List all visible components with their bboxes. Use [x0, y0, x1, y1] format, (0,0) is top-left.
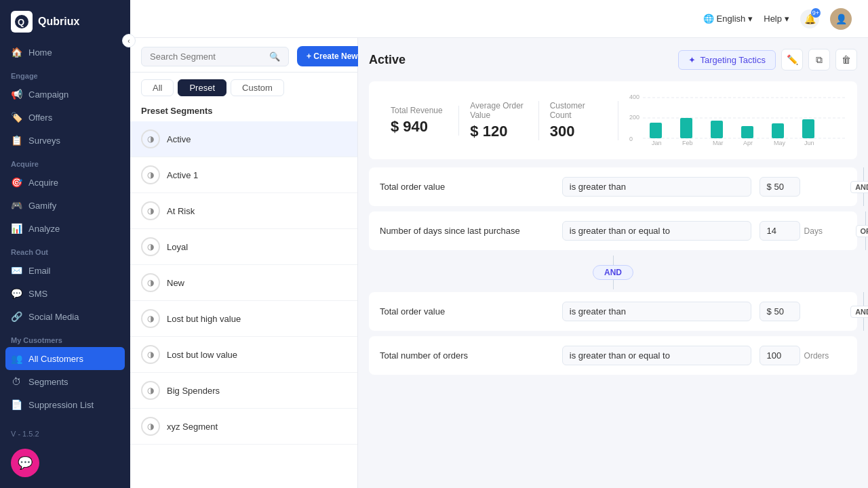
sidebar-item-gamify[interactable]: 🎮 Gamify: [0, 194, 130, 217]
condition-suffix-2: Days: [804, 226, 823, 236]
segments-icon: ⏱: [11, 376, 22, 387]
condition-val-box-3[interactable]: $ 50: [760, 302, 800, 321]
condition-val-box-2[interactable]: 14: [760, 221, 800, 241]
condition-op-3[interactable]: is greater than: [562, 302, 751, 321]
segment-item-new[interactable]: ◑ New: [130, 265, 357, 301]
sidebar-item-social[interactable]: 🔗 Social Media: [0, 305, 130, 328]
suppression-icon: 📄: [11, 399, 22, 410]
total-revenue-label: Total Revenue: [391, 106, 448, 115]
logo-area: Q Qubriux: [0, 0, 130, 41]
svg-text:200: 200: [629, 114, 639, 121]
sidebar-item-label: SMS: [28, 289, 47, 299]
customer-count-label: Customer Count: [550, 101, 607, 120]
condition-op-4[interactable]: is greater than or equal to: [562, 346, 751, 365]
segment-item-at-risk[interactable]: ◑ At Risk: [130, 193, 357, 229]
filter-tab-custom[interactable]: Custom: [231, 79, 284, 96]
bar-feb: [680, 118, 692, 138]
condition-val-box-4[interactable]: 100: [760, 346, 800, 365]
avg-order-stat: Average Order Value $ 120: [459, 101, 538, 140]
and-label: AND: [593, 265, 633, 280]
tactics-star-icon: ✦: [688, 55, 696, 65]
sidebar-item-label: Campaign: [28, 89, 68, 100]
edit-icon: ✏️: [787, 54, 798, 65]
sidebar-item-label: Surveys: [28, 136, 60, 146]
search-input[interactable]: [150, 52, 264, 62]
filter-tab-all[interactable]: All: [141, 79, 174, 96]
sidebar-collapse-button[interactable]: ‹: [122, 34, 136, 47]
sidebar-item-campaign[interactable]: 📢 Campaign: [0, 83, 130, 106]
filter-tab-preset[interactable]: Preset: [178, 79, 226, 96]
sidebar-item-all-customers[interactable]: 👥 All Customers: [5, 347, 125, 370]
section-reach-out: Reach Out: [0, 240, 130, 259]
copy-button[interactable]: ⧉: [808, 49, 830, 70]
and-separator: AND: [369, 256, 857, 289]
trash-icon: 🗑: [842, 54, 851, 65]
section-engage: Engage: [0, 64, 130, 83]
detail-title: Active: [369, 53, 406, 67]
sidebar-item-label: Suppression List: [28, 400, 94, 410]
segment-item-big-spenders[interactable]: ◑ Big Spenders: [130, 373, 357, 409]
bar-chart-area: 400 200 0: [618, 92, 846, 148]
condition-field-1: Total order value: [380, 182, 554, 192]
tactics-label: Targeting Tactics: [700, 55, 766, 65]
home-icon: 🏠: [11, 47, 22, 58]
app-name: Qubriux: [38, 16, 79, 28]
segment-name: Active 1: [167, 170, 198, 180]
sidebar-item-segments[interactable]: ⏱ Segments: [0, 370, 130, 393]
sidebar-item-home[interactable]: 🏠 Home: [0, 41, 130, 64]
sidebar-item-surveys[interactable]: 📋 Surveys: [0, 129, 130, 152]
svg-text:400: 400: [629, 94, 639, 100]
topbar: 🌐 English ▾ Help ▾ 🔔 9+ 👤: [130, 0, 868, 38]
campaign-icon: 📢: [11, 89, 22, 100]
sidebar-item-label: Home: [28, 47, 52, 58]
seg-pie-icon: ◑: [141, 345, 160, 364]
targeting-tactics-button[interactable]: ✦ Targeting Tactics: [678, 50, 776, 70]
delete-button[interactable]: 🗑: [835, 49, 857, 70]
customer-count-stat: Customer Count 300: [539, 101, 618, 140]
segment-item-active[interactable]: ◑ Active: [130, 121, 357, 157]
sidebar-item-label: Social Media: [28, 312, 79, 322]
svg-text:Jun: Jun: [804, 140, 814, 146]
and-line-top: [613, 256, 614, 265]
condition-card-4: Total number of orders is greater than o…: [369, 336, 857, 375]
help-selector[interactable]: Help ▾: [764, 14, 789, 24]
edit-button[interactable]: ✏️: [781, 49, 803, 70]
bar-mar: [711, 121, 723, 138]
segment-name: Lost but high value: [167, 314, 241, 324]
segment-item-lost-high[interactable]: ◑ Lost but high value: [130, 301, 357, 337]
sidebar: Q Qubriux 🏠 Home Engage 📢 Campaign 🏷️ Of…: [0, 0, 130, 488]
segment-item-lost-low[interactable]: ◑ Lost but low value: [130, 337, 357, 373]
condition-op-2[interactable]: is greater than or equal to: [562, 221, 751, 241]
sidebar-item-email[interactable]: ✉️ Email: [0, 259, 130, 282]
condition-op-1[interactable]: is greater than: [562, 177, 751, 197]
bar-jun: [802, 119, 814, 138]
section-my-customers: My Cusotmers: [0, 328, 130, 347]
segment-item-xyz[interactable]: ◑ xyz Segment: [130, 409, 357, 445]
condition-val-3: $ 50: [760, 302, 846, 321]
seg-pie-icon: ◑: [141, 129, 160, 148]
notification-bell[interactable]: 🔔 9+: [800, 9, 819, 28]
segment-list-label: Preset Segments: [130, 100, 357, 121]
bar-chart: 400 200 0: [629, 92, 846, 146]
search-icon: 🔍: [269, 52, 280, 62]
language-icon: 🌐: [703, 14, 714, 24]
condition-val-box-1[interactable]: $ 50: [760, 177, 800, 197]
sidebar-item-offers[interactable]: 🏷️ Offers: [0, 106, 130, 129]
condition-field-2: Number of days since last purchase: [380, 226, 554, 236]
sidebar-item-suppression[interactable]: 📄 Suppression List: [0, 393, 130, 416]
svg-text:0: 0: [629, 136, 633, 142]
condition-field-4: Total number of orders: [380, 350, 554, 361]
seg-pie-icon: ◑: [141, 309, 160, 328]
bar-apr: [741, 126, 753, 138]
user-avatar[interactable]: 👤: [830, 8, 852, 30]
language-selector[interactable]: 🌐 English ▾: [703, 14, 753, 24]
chat-bubble[interactable]: 💬: [11, 449, 39, 477]
stats-card: Total Revenue $ 940 Average Order Value …: [369, 81, 857, 159]
segment-item-active1[interactable]: ◑ Active 1: [130, 157, 357, 193]
svg-text:Feb: Feb: [682, 140, 693, 146]
sidebar-item-analyze[interactable]: 📊 Analyze: [0, 217, 130, 240]
sidebar-item-acquire[interactable]: 🎯 Acquire: [0, 171, 130, 194]
segment-item-loyal[interactable]: ◑ Loyal: [130, 229, 357, 265]
and-line-bottom: [613, 280, 614, 289]
sidebar-item-sms[interactable]: 💬 SMS: [0, 282, 130, 305]
